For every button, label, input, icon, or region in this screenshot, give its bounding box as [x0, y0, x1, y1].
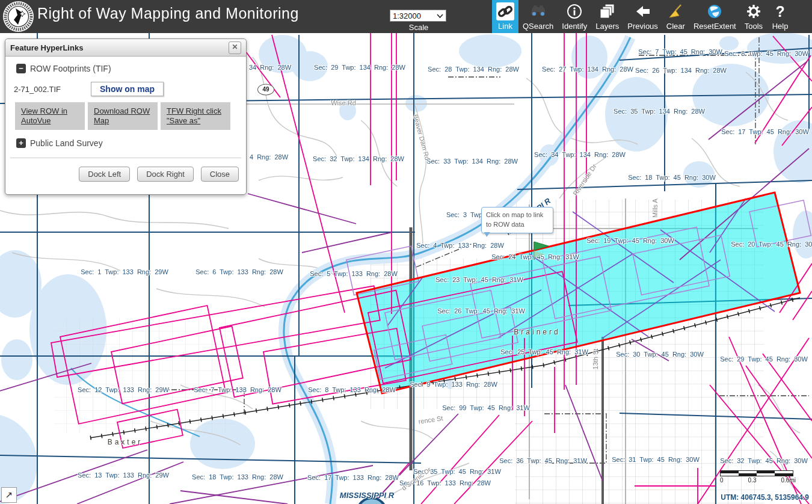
toolbar-button-identify[interactable]: Identify	[558, 0, 591, 33]
chevron-down-icon	[437, 14, 443, 18]
toolbar-label: ResetExtent	[694, 22, 736, 31]
map-tooltip: Click on map to link to ROW data	[481, 207, 553, 233]
app-window: Sec: 7 Twp: 45 Rng: 30WSec: 8 Twp: 45 Rn…	[0, 0, 812, 504]
scalebar-tick: 0.6mi	[781, 477, 796, 484]
toolbar-button-layers[interactable]: Layers	[591, 0, 623, 33]
toolbar-button-help[interactable]: ? Help	[767, 0, 793, 33]
toolbar-button-clear[interactable]: Clear	[662, 0, 689, 33]
link-cell: View ROW in AutoVue	[15, 102, 85, 130]
scale-select[interactable]: 1:32000	[390, 10, 446, 22]
toolbar-label: Identify	[562, 22, 587, 31]
highway-49-shield: 49	[257, 84, 274, 96]
app-title: Right of Way Mapping and Monitoring	[37, 5, 299, 22]
dialog-close-button[interactable]: Close	[201, 167, 239, 182]
toolbar-label: QSearch	[523, 22, 553, 31]
globe-icon	[706, 2, 724, 20]
scale-value: 1:32000	[393, 11, 421, 20]
gear-icon	[745, 2, 763, 20]
toolbar-label: Link	[498, 22, 512, 31]
toolbar-button-resetextent[interactable]: ResetExtent	[689, 0, 740, 33]
public-land-survey-group-label: Public Land Survey	[30, 138, 103, 148]
tif-file-label: 2-71_002.TIF	[14, 85, 86, 94]
tfw-save-as-link[interactable]: TFW Right click "Save as"	[167, 106, 230, 126]
info-icon	[565, 2, 583, 20]
toolbar: Link QSearch Identify	[492, 0, 793, 33]
scalebar: 0 0.3 0.6mi	[720, 470, 798, 484]
broom-icon	[666, 2, 684, 20]
expand-icon[interactable]: +	[16, 138, 26, 148]
collapse-icon[interactable]: −	[16, 64, 26, 73]
close-icon[interactable]: ✕	[229, 41, 241, 54]
toolbar-label: Tools	[745, 22, 763, 31]
show-on-map-button[interactable]: Show on map	[91, 82, 164, 96]
arrow-left-icon	[634, 2, 652, 20]
toolbar-label: Clear	[666, 22, 685, 31]
link-icon	[496, 2, 514, 20]
toolbar-button-link[interactable]: Link	[492, 0, 518, 33]
link-flag-marker	[528, 239, 552, 263]
layers-icon	[598, 2, 617, 20]
mndot-logo	[2, 1, 34, 32]
scalebar-graphic	[720, 470, 793, 476]
toolbar-button-tools[interactable]: Tools	[740, 0, 767, 33]
scalebar-tick: 0.3	[748, 477, 757, 484]
dock-right-button[interactable]: Dock Right	[137, 167, 194, 182]
link-cell: Download ROW Map	[88, 102, 158, 130]
binoculars-icon	[529, 2, 547, 20]
toolbar-button-previous[interactable]: Previous	[623, 0, 662, 33]
download-row-map-link[interactable]: Download ROW Map	[94, 106, 158, 126]
feature-hyperlinks-dialog: Feature HyperLinks ✕ − ROW Footprints (T…	[5, 38, 247, 195]
link-cell: TFW Right click "Save as"	[161, 102, 230, 130]
header-bar: Right of Way Mapping and Monitoring 1:32…	[0, 0, 812, 33]
utm-coordinates-readout: UTM: 406745.3, 5135964.9	[721, 493, 809, 502]
scalebar-tick: 0	[720, 477, 724, 484]
toolbar-button-qsearch[interactable]: QSearch	[518, 0, 558, 33]
toolbar-label: Previous	[627, 22, 658, 31]
dock-left-button[interactable]: Dock Left	[79, 167, 130, 182]
toolbar-label: Layers	[595, 22, 619, 31]
row-footprints-group-label: ROW Footprints (TIF)	[30, 64, 111, 73]
scale-caption: Scale	[390, 23, 448, 32]
north-arrow-icon[interactable]: ↗	[1, 487, 17, 503]
dialog-titlebar[interactable]: Feature HyperLinks ✕	[5, 39, 246, 57]
question-icon: ?	[771, 2, 789, 20]
view-row-autovue-link[interactable]: View ROW in AutoVue	[21, 106, 85, 126]
toolbar-label: Help	[772, 22, 789, 31]
dialog-title: Feature HyperLinks	[10, 43, 83, 52]
